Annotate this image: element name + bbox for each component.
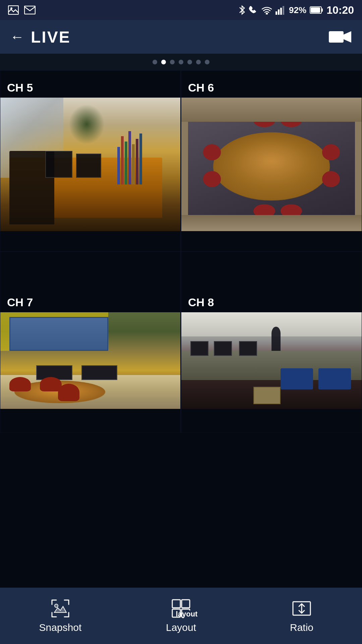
page-dot-7[interactable] (205, 60, 209, 64)
phone-icon (249, 5, 258, 15)
camera-row-1: CH 5 (0, 70, 362, 252)
page-dot-3[interactable] (170, 60, 175, 64)
svg-point-3 (266, 13, 267, 14)
ch5-feed (0, 98, 180, 231)
ch8-label: CH 8 (188, 296, 214, 309)
ch7-header: CH 7 (0, 252, 180, 312)
ch7-feed (0, 312, 180, 409)
camera-cell-ch5[interactable]: CH 5 (0, 70, 181, 252)
ratio-nav-item[interactable]: Ratio (241, 598, 362, 633)
ch7-label: CH 7 (7, 296, 33, 309)
svg-rect-4 (276, 11, 277, 15)
page-dot-6[interactable] (196, 60, 201, 64)
back-button[interactable]: ← (10, 29, 24, 45)
ratio-label: Ratio (290, 622, 313, 633)
image-icon (8, 5, 19, 15)
ch6-footer (181, 231, 362, 251)
camera-cell-ch7[interactable]: CH 7 (0, 252, 181, 433)
camera-cell-ch8[interactable]: CH 8 (181, 252, 362, 433)
video-camera-icon[interactable] (328, 29, 352, 45)
page-title: LIVE (31, 28, 71, 46)
bottom-nav: Snapshot layout Layout Ratio (0, 588, 362, 644)
svg-rect-9 (321, 8, 323, 12)
page-dot-5[interactable] (187, 60, 192, 64)
page-indicator (0, 54, 362, 70)
ch5-header: CH 5 (0, 71, 180, 98)
bluetooth-icon (239, 5, 245, 15)
svg-point-12 (55, 604, 58, 607)
snapshot-nav-item[interactable]: Snapshot (0, 598, 121, 633)
page-dot-4[interactable] (179, 60, 183, 64)
header-left: ← LIVE (10, 28, 71, 46)
svg-point-1 (10, 7, 12, 9)
ch6-label: CH 6 (188, 81, 214, 94)
layout-nav-item[interactable]: layout Layout (121, 598, 241, 633)
wifi-icon (261, 6, 272, 14)
battery-icon (310, 6, 323, 14)
mail-icon (24, 6, 36, 14)
page-dot-1[interactable] (153, 60, 157, 64)
svg-rect-7 (283, 6, 284, 15)
ch8-footer (181, 409, 362, 432)
ratio-icon (292, 598, 312, 619)
layout-label: Layout (166, 622, 196, 633)
svg-rect-6 (280, 8, 282, 15)
camera-grid: CH 5 (0, 70, 362, 614)
ch5-footer (0, 231, 180, 251)
status-bar-right-icons: 92% 10:20 (239, 4, 354, 16)
layout-count: layout (183, 610, 190, 618)
grid-bottom-area (0, 433, 362, 614)
svg-rect-14 (182, 600, 190, 608)
battery-percentage: 92% (289, 5, 306, 15)
camera-cell-ch6[interactable]: CH 6 (181, 70, 362, 252)
snapshot-icon (50, 598, 70, 619)
svg-rect-10 (311, 7, 320, 13)
svg-rect-11 (329, 31, 344, 43)
svg-rect-2 (24, 6, 35, 14)
layout-icon: layout (171, 598, 191, 619)
status-bar: 92% 10:20 (0, 0, 362, 20)
page-dot-2[interactable] (161, 60, 166, 64)
ch8-feed (181, 312, 362, 409)
signal-icon (276, 5, 286, 15)
camera-row-2: CH 7 (0, 252, 362, 433)
ch8-header: CH 8 (181, 252, 362, 312)
ch6-feed (181, 98, 362, 231)
status-time: 10:20 (326, 4, 354, 16)
snapshot-label: Snapshot (39, 622, 82, 633)
status-bar-left-icons (8, 5, 36, 15)
ch7-footer (0, 409, 180, 432)
svg-rect-5 (278, 9, 280, 15)
app-header: ← LIVE (0, 20, 362, 54)
ch5-label: CH 5 (7, 81, 33, 94)
svg-rect-13 (172, 600, 180, 608)
ch6-header: CH 6 (181, 71, 362, 98)
